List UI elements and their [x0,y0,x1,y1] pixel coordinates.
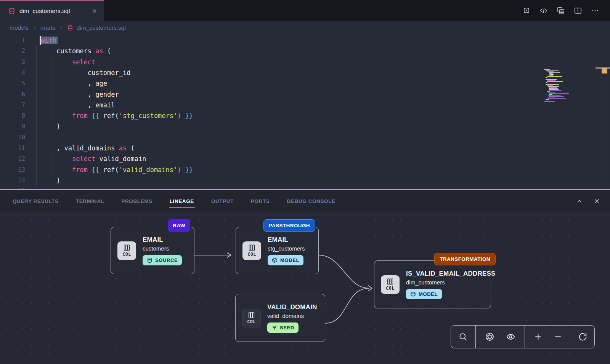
text-selection: with [41,37,58,44]
panel-tab-debug-console[interactable]: DEBUG CONSOLE [287,190,336,212]
node-badge-model: MODEL [268,255,303,265]
panel-tab-ports[interactable]: PORTS [251,190,270,212]
close-icon[interactable] [91,7,98,15]
code-line-12: select valid_domain [41,153,146,164]
node-title: EMAIL [268,236,288,244]
code-line-11: , valid_domains as ( [41,143,135,153]
chevron-up-icon[interactable] [575,197,583,205]
panel-tab-query-results[interactable]: QUERY RESULTS [13,190,59,212]
aperture-icon[interactable] [483,330,496,344]
node-subtitle: customers [143,245,169,252]
column-label: COL [122,252,131,257]
ellipsis-icon[interactable] [591,6,600,15]
node-badge-source: SOURCE [143,255,182,265]
database-icon [8,8,15,14]
split-editor-icon[interactable] [573,6,583,15]
code-line-13: from {{ ref('valid_domains') }} [41,164,193,175]
indent-guide [53,153,53,175]
line-number: 12 [0,153,25,164]
arrowhead [368,286,372,291]
line-number: 14 [0,175,25,186]
arrowhead [227,253,231,257]
line-number: 6 [0,89,25,100]
code-icon[interactable] [539,6,548,15]
chevron-right-icon [32,25,37,30]
line-number: 7 [0,100,25,110]
toolbar-group [571,326,594,348]
edge-stg-customers-to-dim-customers [319,255,369,288]
panel-tab-lineage[interactable]: LINEAGE [170,190,194,212]
node-title: VALID_DOMAIN [267,303,317,311]
column-icon: COL [242,241,261,260]
search-icon[interactable] [456,330,470,344]
panel-tab-terminal[interactable]: TERMINAL [76,190,104,212]
panel-actions [575,190,601,212]
app-window: dim_customers.sql modelsmartsdim_custome… [0,0,610,364]
column-icon: COL [381,275,400,294]
column-label: COL [247,252,256,257]
breadcrumb-item-marts[interactable]: marts [40,24,55,31]
editor-actions [522,0,610,21]
tab-bar: dim_customers.sql [0,0,610,21]
indent-guide [36,46,37,186]
breadcrumb-item-models[interactable]: models [10,24,29,31]
node-tag-raw: RAW [168,219,190,232]
node-subtitle: valid_domains [267,313,304,319]
line-number: 9 [0,121,25,132]
node-badge-seed: SEED [267,322,299,333]
dbt-icon[interactable] [522,6,531,15]
lineage-node-stg_customers[interactable]: PASSTHROUGHCOLEMAILstg_customersMODEL [236,227,319,274]
overview-marker [602,68,607,73]
copy-table-icon[interactable] [556,6,565,15]
column-icon: COL [117,241,136,260]
panel-tab-problems[interactable]: PROBLEMS [121,190,152,212]
seed-icon [271,325,277,330]
chevron-right-icon [59,25,64,30]
node-tag-passthrough: PASSTHROUGH [263,219,315,232]
node-badge-model: MODEL [406,289,442,299]
code-line-4: customer_id [41,67,130,78]
editor-tab[interactable]: dim_customers.sql [0,0,104,21]
code-line-1: with [41,35,58,46]
toolbar-group [525,326,571,348]
zoom-out-icon[interactable] [551,330,565,344]
cube-icon [272,257,278,263]
overview-ruler [602,67,602,189]
column-label: COL [247,319,255,324]
lineage-canvas[interactable]: RAWCOLEMAILcustomersSOURCEPASSTHROUGHCOL… [0,212,610,364]
node-subtitle: dim_customers [406,279,445,286]
column-icon: COL [242,309,261,327]
refresh-icon[interactable] [576,330,590,344]
breadcrumb-file[interactable]: dim_customers.sql [77,24,126,31]
breadcrumb: modelsmartsdim_customers.sql [0,21,610,34]
panel-tab-output[interactable]: OUTPUT [211,190,234,212]
columns-icon [387,278,394,285]
code-line-9: ) [41,121,60,132]
line-number: 10 [0,132,25,143]
code-line-5: , age [41,78,107,89]
code-line-8: from {{ ref('stg_customers') }} [41,110,193,121]
line-number: 5 [0,78,25,89]
lineage-node-dim_customers[interactable]: TRANSFORMATIONCOLIS_VALID_EMAIL_ADDRESSd… [374,260,491,308]
line-number: 1 [0,35,25,46]
columns-icon [248,244,255,251]
node-tag-transformation: TRANSFORMATION [434,253,496,265]
tab-title: dim_customers.sql [19,8,70,14]
toolbar-group [451,326,475,348]
columns-icon [248,311,255,319]
code-editor[interactable]: 123456789101112131415 with customers as … [0,34,610,189]
lineage-node-valid_domains[interactable]: COLVALID_DOMAINvalid_domainsSEED [235,294,325,342]
code-line-7: , email [41,100,115,110]
database-icon [147,257,152,263]
eye-icon[interactable] [504,330,517,344]
minimap[interactable] [543,69,584,102]
line-number: 3 [0,57,25,67]
close-icon[interactable] [592,197,601,205]
zoom-in-icon[interactable] [531,330,545,344]
lineage-node-customers[interactable]: RAWCOLEMAILcustomersSOURCE [111,227,194,274]
indent-guide [53,57,53,121]
cube-icon [410,291,416,297]
line-number: 11 [0,143,25,153]
code-line-2: customers as ( [41,46,111,56]
line-number: 13 [0,164,25,175]
